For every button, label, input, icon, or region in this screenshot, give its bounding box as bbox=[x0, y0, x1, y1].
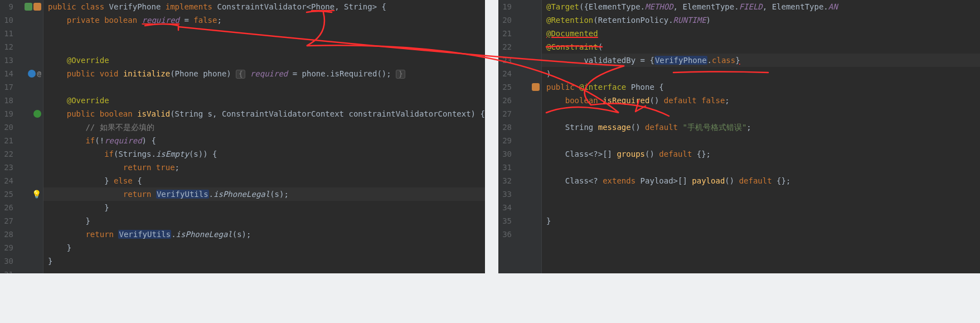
code-line[interactable]: 13 @Override bbox=[0, 54, 485, 67]
code-text[interactable]: validatedBy = {VerifyPhone.class} bbox=[542, 54, 980, 67]
code-line[interactable]: 12 bbox=[0, 40, 485, 54]
code-line[interactable]: 22 if(Strings.isEmpty(s)) { bbox=[0, 147, 485, 161]
implements-gutter-icon[interactable] bbox=[25, 3, 32, 11]
code-text[interactable] bbox=[43, 268, 485, 273]
code-line[interactable]: 17 bbox=[0, 80, 485, 94]
code-text[interactable]: @Override bbox=[43, 94, 485, 107]
code-line[interactable]: 28 return VerifyUtils.isPhoneLegal(s); bbox=[0, 228, 485, 241]
code-line[interactable]: 21 if(!required) { bbox=[0, 134, 485, 147]
code-text[interactable]: @Documented bbox=[542, 27, 980, 40]
code-line[interactable]: 33 bbox=[498, 187, 980, 201]
code-line[interactable]: 30} bbox=[0, 254, 485, 268]
code-text[interactable] bbox=[43, 40, 485, 54]
code-text[interactable]: @Constraint( bbox=[542, 40, 980, 54]
code-text[interactable]: private boolean required = false; bbox=[43, 13, 485, 27]
code-text[interactable]: return true; bbox=[43, 161, 485, 174]
code-line[interactable]: 30 Class<?>[] groups() default {}; bbox=[498, 147, 980, 161]
code-text[interactable] bbox=[43, 80, 485, 94]
gutter-marks bbox=[514, 40, 542, 54]
code-text[interactable]: return VerifyUtils.isPhoneLegal(s); bbox=[43, 228, 485, 241]
code-line[interactable]: 31 bbox=[498, 161, 980, 174]
code-text[interactable]: public @interface Phone { bbox=[542, 80, 980, 94]
code-line[interactable]: 26 } bbox=[0, 201, 485, 214]
code-text[interactable]: } bbox=[43, 241, 485, 254]
code-text[interactable]: public void initialize(Phone phone) { re… bbox=[43, 67, 485, 80]
code-text[interactable]: } bbox=[542, 214, 980, 228]
code-text[interactable] bbox=[542, 134, 980, 147]
code-line[interactable]: 29 bbox=[498, 134, 980, 147]
editor-pane-right[interactable]: 19@Target({ElementType.METHOD, ElementTy… bbox=[498, 0, 980, 273]
editor-pane-left[interactable]: 9public class VerifyPhone implements Con… bbox=[0, 0, 485, 273]
code-text[interactable] bbox=[542, 187, 980, 201]
code-text[interactable]: // 如果不是必填的 bbox=[43, 120, 485, 134]
line-number: 25 bbox=[498, 80, 514, 94]
code-text[interactable]: } bbox=[43, 201, 485, 214]
code-line[interactable]: 35} bbox=[498, 214, 980, 228]
code-line[interactable]: 18 @Override bbox=[0, 94, 485, 107]
code-line[interactable]: 27 } bbox=[0, 214, 485, 228]
code-line[interactable]: 9public class VerifyPhone implements Con… bbox=[0, 0, 485, 13]
code-line[interactable]: 28 String message() default "手机号格式错误"; bbox=[498, 120, 980, 134]
code-text[interactable]: if(Strings.isEmpty(s)) { bbox=[43, 147, 485, 161]
code-line[interactable]: 20 // 如果不是必填的 bbox=[0, 120, 485, 134]
code-text[interactable]: @Override bbox=[43, 54, 485, 67]
override-gutter-icon[interactable] bbox=[28, 70, 36, 78]
code-area-left[interactable]: 9public class VerifyPhone implements Con… bbox=[0, 0, 485, 273]
code-line[interactable]: 25public @interface Phone { bbox=[498, 80, 980, 94]
line-number: 25 bbox=[0, 187, 16, 201]
overrides-up-gutter-icon[interactable] bbox=[33, 110, 41, 118]
code-text[interactable]: return VerifyUtils.isPhoneLegal(s); bbox=[43, 187, 485, 201]
code-line[interactable]: 19 public boolean isValid(String s, Cons… bbox=[0, 107, 485, 120]
code-text[interactable]: @Target({ElementType.METHOD, ElementType… bbox=[542, 0, 980, 13]
code-text[interactable] bbox=[542, 228, 980, 241]
code-line[interactable]: 19@Target({ElementType.METHOD, ElementTy… bbox=[498, 0, 980, 13]
line-number: 28 bbox=[498, 120, 514, 134]
code-text[interactable]: ) bbox=[542, 67, 980, 80]
class-gutter-icon[interactable] bbox=[33, 3, 41, 11]
code-line[interactable]: 21@Documented bbox=[498, 27, 980, 40]
code-line[interactable]: 10 private boolean required = false; bbox=[0, 13, 485, 27]
gutter-marks bbox=[16, 0, 43, 13]
code-text[interactable] bbox=[542, 201, 980, 214]
line-number: 35 bbox=[498, 214, 514, 228]
code-line[interactable]: 24 } else { bbox=[0, 174, 485, 187]
line-number: 22 bbox=[0, 147, 16, 161]
code-text[interactable]: } bbox=[43, 254, 485, 268]
code-line[interactable]: 14@ public void initialize(Phone phone) … bbox=[0, 67, 485, 80]
code-text[interactable]: if(!required) { bbox=[43, 134, 485, 147]
intention-bulb-icon[interactable]: 💡 bbox=[32, 187, 41, 201]
code-text[interactable] bbox=[542, 107, 980, 120]
code-text[interactable] bbox=[43, 27, 485, 40]
line-number: 26 bbox=[498, 94, 514, 107]
code-line[interactable]: 24) bbox=[498, 67, 980, 80]
line-number: 28 bbox=[0, 228, 16, 241]
code-line[interactable]: 20@Retention(RetentionPolicy.RUNTIME) bbox=[498, 13, 980, 27]
code-line[interactable]: 25💡 return VerifyUtils.isPhoneLegal(s); bbox=[0, 187, 485, 201]
code-line[interactable]: 26 boolean isRequired() default false; bbox=[498, 94, 980, 107]
code-line[interactable]: 11 bbox=[0, 27, 485, 40]
gutter-marks bbox=[514, 0, 542, 13]
code-line[interactable]: 36 bbox=[498, 228, 980, 241]
code-text[interactable]: Class<?>[] groups() default {}; bbox=[542, 147, 980, 161]
code-area-right[interactable]: 19@Target({ElementType.METHOD, ElementTy… bbox=[498, 0, 980, 241]
code-text[interactable]: public class VerifyPhone implements Cons… bbox=[43, 0, 485, 13]
code-line[interactable]: 34 bbox=[498, 201, 980, 214]
gutter-marks bbox=[514, 27, 542, 40]
gutter-marks bbox=[514, 107, 542, 120]
code-line[interactable]: 23 validatedBy = {VerifyPhone.class} bbox=[498, 54, 980, 67]
code-text[interactable]: Class<? extends Payload>[] payload() def… bbox=[542, 174, 980, 187]
code-line[interactable]: 32 Class<? extends Payload>[] payload() … bbox=[498, 174, 980, 187]
code-text[interactable] bbox=[542, 161, 980, 174]
code-text[interactable]: String message() default "手机号格式错误"; bbox=[542, 120, 980, 134]
code-line[interactable]: 29 } bbox=[0, 241, 485, 254]
code-text[interactable]: public boolean isValid(String s, Constra… bbox=[43, 107, 485, 120]
code-line[interactable]: 23 return true; bbox=[0, 161, 485, 174]
code-line[interactable]: 27 bbox=[498, 107, 980, 120]
code-text[interactable]: @Retention(RetentionPolicy.RUNTIME) bbox=[542, 13, 980, 27]
code-text[interactable]: boolean isRequired() default false; bbox=[542, 94, 980, 107]
code-text[interactable]: } bbox=[43, 214, 485, 228]
code-line[interactable]: 22@Constraint( bbox=[498, 40, 980, 54]
class-gutter-icon[interactable] bbox=[532, 83, 540, 91]
code-text[interactable]: } else { bbox=[43, 174, 485, 187]
code-line[interactable]: 31 bbox=[0, 268, 485, 273]
